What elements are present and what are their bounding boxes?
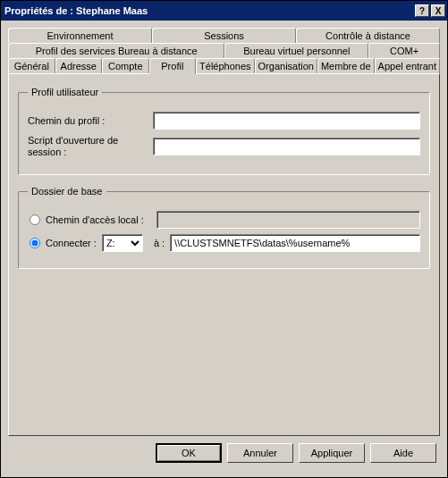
tab-strip: Environnement Sessions Contrôle à distan… — [8, 28, 440, 73]
ok-button[interactable]: OK — [156, 443, 222, 463]
cancel-button[interactable]: Annuler — [227, 443, 293, 463]
tab-row-3: Général Adresse Compte Profil Téléphones… — [8, 58, 440, 73]
label-logon-script: Script d'ouverture de session : — [28, 135, 153, 158]
row-local-path: Chemin d'accès local : — [28, 211, 420, 229]
row-connect: Connecter : Z: à : — [28, 234, 420, 252]
legend-profil-utilisateur: Profil utilisateur — [28, 87, 102, 97]
tab-profil[interactable]: Profil — [149, 58, 197, 74]
tab-bureau-virtuel[interactable]: Bureau virtuel personnel — [224, 43, 368, 58]
tab-organisation[interactable]: Organisation — [255, 58, 317, 73]
tab-general[interactable]: Général — [8, 58, 55, 73]
label-connect: Connecter : — [46, 238, 97, 248]
help-button-bottom[interactable]: Aide — [370, 443, 436, 463]
tab-adresse[interactable]: Adresse — [55, 58, 103, 73]
tab-row-1: Environnement Sessions Contrôle à distan… — [8, 28, 440, 43]
input-local-path[interactable] — [156, 211, 420, 229]
help-button[interactable]: ? — [415, 4, 429, 17]
tab-membre-de[interactable]: Membre de — [317, 58, 375, 73]
apply-button[interactable]: Appliquer — [299, 443, 365, 463]
legend-dossier-base: Dossier de base — [28, 186, 106, 197]
label-profile-path: Chemin du profil : — [28, 115, 153, 127]
input-logon-script[interactable] — [153, 138, 420, 155]
select-drive-letter[interactable]: Z: — [102, 234, 143, 252]
tab-compte[interactable]: Compte — [102, 58, 149, 73]
tab-panel-profil: Profil utilisateur Chemin du profil : Sc… — [8, 73, 440, 436]
label-local-path: Chemin d'accès local : — [46, 214, 156, 225]
properties-dialog: Propriétés de : Stephane Maas ? X Enviro… — [0, 0, 448, 478]
tab-com-plus[interactable]: COM+ — [368, 43, 440, 58]
radio-local-path[interactable] — [30, 214, 40, 225]
row-profile-path: Chemin du profil : — [28, 112, 420, 130]
row-logon-script: Script d'ouverture de session : — [28, 135, 420, 158]
title-buttons: ? X — [415, 3, 447, 19]
input-unc-path[interactable] — [170, 234, 420, 252]
group-dossier-base: Dossier de base Chemin d'accès local : C… — [18, 186, 430, 269]
tab-telephones[interactable]: Téléphones — [196, 58, 255, 73]
dialog-buttons: OK Annuler Appliquer Aide — [8, 436, 440, 470]
titlebar: Propriétés de : Stephane Maas ? X — [1, 1, 447, 21]
tab-appel-entrant[interactable]: Appel entrant — [375, 58, 440, 73]
radio-connect[interactable] — [30, 238, 40, 248]
tab-controle-distance[interactable]: Contrôle à distance — [296, 28, 440, 43]
label-to: à : — [154, 238, 165, 248]
close-button[interactable]: X — [431, 4, 445, 17]
tabs-area: Environnement Sessions Contrôle à distan… — [8, 28, 440, 436]
group-profil-utilisateur: Profil utilisateur Chemin du profil : Sc… — [18, 87, 430, 175]
tab-profil-services-bureau[interactable]: Profil des services Bureau à distance — [8, 43, 224, 58]
dialog-body: Environnement Sessions Contrôle à distan… — [1, 21, 447, 477]
input-profile-path[interactable] — [153, 112, 420, 130]
window-title: Propriétés de : Stephane Maas — [4, 5, 415, 16]
tab-row-2: Profil des services Bureau à distance Bu… — [8, 43, 440, 58]
tab-environnement[interactable]: Environnement — [8, 28, 152, 43]
tab-sessions[interactable]: Sessions — [152, 28, 296, 43]
